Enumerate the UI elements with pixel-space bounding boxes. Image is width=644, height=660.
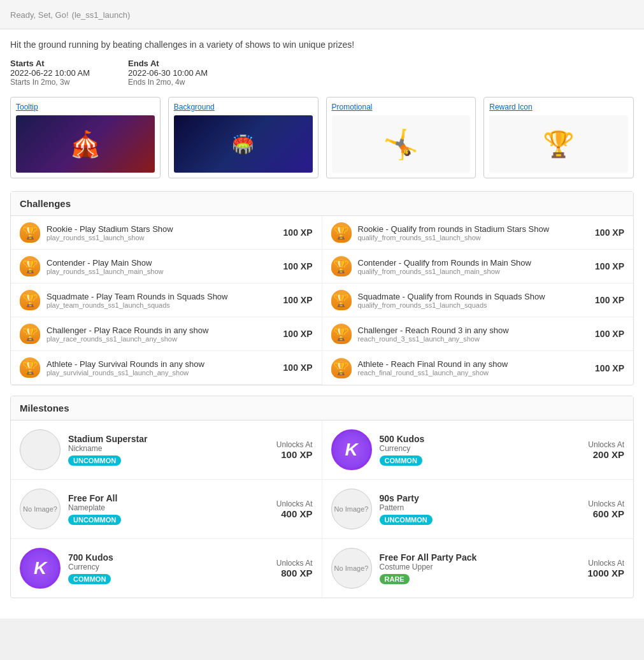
challenge-xp-4: 100 XP [595, 261, 624, 271]
milestone-xp-6: 1000 XP [587, 568, 624, 578]
challenge-id-9: play_survivial_rounds_ss1_launch_any_sho… [47, 369, 277, 377]
challenge-title-3: Contender - Play Main Show [47, 258, 277, 268]
milestone-image-3: No Image? [20, 489, 61, 529]
starts-at-relative: Starts In 2mo, 3w [10, 78, 90, 87]
challenge-row: Rookie - Play Stadium Stars Show play_ro… [11, 216, 322, 250]
trophy-icon-9 [20, 357, 40, 378]
challenge-row: Squadmate - Qualify from Rounds in Squad… [322, 283, 634, 317]
milestone-unlock-label-6: Unlocks At [587, 559, 624, 568]
milestone-info-6: Free For All Party Pack Costume Upper RA… [380, 552, 580, 584]
promotional-media-label[interactable]: Promotional [332, 103, 471, 111]
ends-at-date: 2022-06-30 10:00 AM [128, 68, 208, 78]
ends-at-relative: Ends In 2mo, 4w [128, 78, 208, 87]
milestone-unlock-4: Unlocks At 600 XP [588, 499, 624, 519]
challenge-row: Athlete - Play Survival Rounds in any sh… [11, 351, 322, 385]
milestone-unlock-label-5: Unlocks At [276, 559, 313, 568]
challenge-title-2: Rookie - Qualify from rounds in Stadium … [358, 224, 589, 234]
challenges-grid: Rookie - Play Stadium Stars Show play_ro… [11, 216, 633, 385]
milestone-card-6: No Image? Free For All Party Pack Costum… [322, 539, 634, 598]
milestone-type-5: Currency [68, 563, 269, 571]
challenge-title-1: Rookie - Play Stadium Stars Show [47, 224, 277, 234]
milestone-unlock-3: Unlocks At 400 XP [276, 499, 313, 519]
challenge-info-2: Rookie - Qualify from rounds in Stadium … [358, 224, 589, 241]
challenge-xp-2: 100 XP [595, 227, 624, 238]
challenge-xp-1: 100 XP [283, 227, 313, 238]
milestone-name-5: 700 Kudos [68, 552, 269, 563]
challenge-id-6: qualify_from_rounds_ss1_launch_squads [358, 301, 589, 309]
milestone-type-4: Pattern [380, 503, 581, 512]
milestone-card-5: K 700 Kudos Currency COMMON Unlocks At 8… [11, 539, 322, 598]
milestone-card-3: No Image? Free For All Nameplate UNCOMMO… [11, 480, 322, 539]
milestone-badge-6: RARE [380, 574, 410, 584]
challenge-id-10: reach_final_round_ss1_launch_any_show [358, 369, 589, 377]
starts-at-block: Starts At 2022-06-22 10:00 AM Starts In … [10, 59, 90, 87]
dates-section: Starts At 2022-06-22 10:00 AM Starts In … [10, 59, 634, 87]
milestone-card-4: No Image? 90s Party Pattern UNCOMMON Unl… [322, 480, 634, 539]
main-content: Hit the ground running by beating challe… [0, 29, 644, 619]
background-media-label[interactable]: Background [174, 103, 313, 111]
milestone-image-2: K [331, 429, 372, 470]
reward-icon-media-card: Reward Icon 🏆 [483, 97, 634, 178]
trophy-icon-5 [20, 290, 40, 310]
milestone-info-3: Free For All Nameplate UNCOMMON [68, 493, 269, 525]
challenge-xp-7: 100 XP [283, 329, 313, 339]
no-image-text-6: No Image? [334, 564, 369, 572]
milestone-unlock-6: Unlocks At 1000 XP [587, 559, 624, 578]
tooltip-media-card: Tooltip 🎪 [10, 97, 161, 178]
challenge-id-7: play_race_rounds_ss1_launch_any_show [47, 335, 277, 343]
ends-at-label: Ends At [128, 59, 159, 68]
promotional-media-image: 🤸 [332, 115, 471, 173]
challenge-title-7: Challenger - Play Race Rounds in any sho… [47, 326, 277, 335]
challenge-info-9: Athlete - Play Survival Rounds in any sh… [47, 359, 277, 377]
challenge-row: Squadmate - Play Team Rounds in Squads S… [11, 283, 322, 317]
challenge-row: Challenger - Play Race Rounds in any sho… [11, 317, 322, 351]
milestone-info-5: 700 Kudos Currency COMMON [68, 552, 269, 584]
challenge-info-7: Challenger - Play Race Rounds in any sho… [47, 326, 277, 343]
reward-icon-media-label[interactable]: Reward Icon [489, 103, 628, 111]
challenge-id-1: play_rounds_ss1_launch_show [47, 234, 277, 241]
milestone-xp-2: 200 XP [588, 449, 624, 460]
challenge-info-1: Rookie - Play Stadium Stars Show play_ro… [47, 224, 277, 241]
challenges-header: Challenges [11, 192, 633, 216]
milestone-unlock-label-3: Unlocks At [276, 499, 313, 508]
tooltip-media-label[interactable]: Tooltip [16, 103, 155, 111]
challenge-id-4: qualify_from_rounds_ss1_launch_main_show [358, 268, 589, 275]
milestone-unlock-5: Unlocks At 800 XP [276, 559, 313, 578]
challenge-title-4: Contender - Qualify from Rounds in Main … [358, 258, 589, 268]
milestone-name-6: Free For All Party Pack [380, 552, 580, 563]
milestone-unlock-label-2: Unlocks At [588, 440, 624, 449]
background-media-image: 🏟️ [174, 115, 313, 173]
starts-at-label: Starts At [10, 59, 45, 68]
milestone-info-4: 90s Party Pattern UNCOMMON [380, 493, 581, 525]
starts-at-date: 2022-06-22 10:00 AM [10, 68, 90, 78]
trophy-icon-7 [20, 324, 40, 344]
milestone-xp-5: 800 XP [276, 568, 313, 578]
description-text: Hit the ground running by beating challe… [10, 39, 634, 50]
challenge-info-4: Contender - Qualify from Rounds in Main … [358, 258, 589, 275]
milestones-grid: Stadium Superstar Nickname UNCOMMON Unlo… [11, 420, 633, 598]
tooltip-media-image: 🎪 [16, 115, 155, 173]
challenge-info-8: Challenger - Reach Round 3 in any show r… [358, 326, 589, 343]
challenge-info-5: Squadmate - Play Team Rounds in Squads S… [47, 292, 277, 309]
milestone-badge-2: COMMON [380, 456, 422, 466]
milestone-xp-1: 100 XP [276, 449, 313, 460]
milestone-type-1: Nickname [68, 444, 269, 453]
trophy-icon-1 [20, 222, 40, 243]
milestone-unlock-1: Unlocks At 100 XP [276, 440, 313, 460]
challenge-row: Challenger - Reach Round 3 in any show r… [322, 317, 634, 351]
challenge-xp-5: 100 XP [283, 295, 313, 305]
milestone-name-4: 90s Party [380, 493, 581, 503]
promotional-media-card: Promotional 🤸 [326, 97, 476, 178]
trophy-icon-3 [20, 256, 40, 276]
milestone-badge-3: UNCOMMON [68, 515, 121, 525]
challenge-id-3: play_rounds_ss1_launch_main_show [47, 268, 277, 275]
page-header: Ready, Set, Go! (le_ss1_launch) [0, 0, 644, 29]
challenge-title-8: Challenger - Reach Round 3 in any show [358, 326, 589, 335]
challenge-title-5: Squadmate - Play Team Rounds in Squads S… [47, 292, 277, 301]
milestone-info-2: 500 Kudos Currency COMMON [380, 434, 581, 466]
challenge-title-6: Squadmate - Qualify from Rounds in Squad… [358, 292, 589, 301]
reward-icon-media-image: 🏆 [489, 115, 628, 173]
challenge-id-5: play_team_rounds_ss1_launch_squads [47, 301, 277, 309]
milestone-unlock-label-4: Unlocks At [588, 499, 624, 508]
challenge-row: Contender - Play Main Show play_rounds_s… [11, 250, 322, 283]
